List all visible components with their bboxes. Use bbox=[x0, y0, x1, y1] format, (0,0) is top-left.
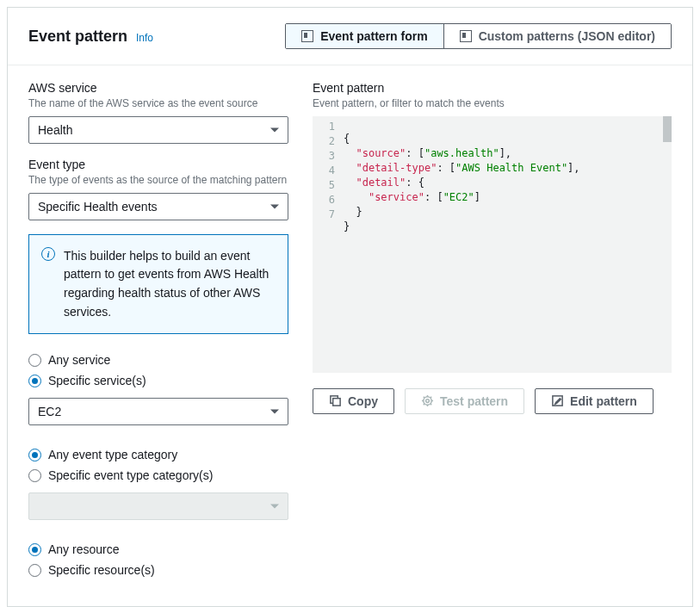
line-gutter: 1 2 3 4 5 6 7 bbox=[313, 116, 344, 373]
radio-any-resource-label: Any resource bbox=[48, 542, 119, 556]
edit-pattern-button[interactable]: Edit pattern bbox=[535, 388, 654, 414]
resource-radio-group: Any resource Specific resource(s) bbox=[28, 539, 288, 580]
copy-icon bbox=[329, 394, 342, 407]
pattern-desc: Event pattern, or filter to match the ev… bbox=[313, 96, 672, 111]
line-number: 4 bbox=[313, 164, 344, 178]
code-line: "detail": { bbox=[344, 176, 661, 190]
specific-service-select[interactable]: EC2 bbox=[28, 398, 288, 425]
title-text: Event pattern bbox=[28, 28, 127, 46]
service-radio-group: Any service Specific service(s) EC2 bbox=[28, 350, 288, 425]
chevron-down-icon bbox=[270, 204, 279, 208]
radio-icon bbox=[28, 354, 41, 367]
radio-any-service[interactable]: Any service bbox=[28, 350, 288, 370]
gear-icon bbox=[421, 394, 434, 407]
radio-specific-resource[interactable]: Specific resource(s) bbox=[28, 560, 288, 580]
edit-icon bbox=[551, 394, 564, 407]
chevron-down-icon bbox=[270, 505, 279, 509]
chevron-down-icon bbox=[270, 127, 279, 132]
radio-specific-resource-label: Specific resource(s) bbox=[48, 563, 155, 577]
tab-custom-json[interactable]: Custom patterns (JSON editor) bbox=[443, 24, 671, 48]
pattern-buttons: Copy Test pattern Edit pattern bbox=[313, 388, 672, 414]
pattern-label: Event pattern bbox=[313, 81, 672, 95]
code-line: } bbox=[344, 205, 661, 220]
event-type-value: Specific Health events bbox=[38, 200, 158, 214]
json-icon bbox=[460, 30, 472, 42]
copy-label: Copy bbox=[348, 394, 378, 408]
panel-title: Event pattern Info bbox=[28, 28, 153, 46]
code-line: } bbox=[344, 220, 661, 234]
radio-icon bbox=[28, 469, 41, 482]
radio-icon bbox=[28, 543, 41, 556]
pattern-column: Event pattern Event pattern, or filter t… bbox=[313, 81, 672, 587]
line-number: 5 bbox=[313, 178, 344, 193]
tab-json-label: Custom patterns (JSON editor) bbox=[479, 29, 655, 43]
code-line: { bbox=[344, 132, 661, 146]
edit-label: Edit pattern bbox=[570, 394, 637, 408]
builder-info-box: i This builder helps to build an event p… bbox=[28, 234, 288, 335]
specific-category-select bbox=[28, 492, 288, 520]
info-link[interactable]: Info bbox=[136, 32, 153, 44]
svg-rect-1 bbox=[333, 399, 340, 406]
radio-specific-category-label: Specific event type category(s) bbox=[48, 468, 213, 482]
tab-form-label: Event pattern form bbox=[320, 29, 427, 43]
event-type-desc: The type of events as the source of the … bbox=[28, 173, 288, 188]
radio-icon bbox=[28, 564, 41, 577]
tab-event-pattern-form[interactable]: Event pattern form bbox=[286, 24, 443, 48]
code-editor[interactable]: 1 2 3 4 5 6 7 { "source": ["aws.health"]… bbox=[313, 116, 672, 373]
code-line: "source": ["aws.health"], bbox=[344, 146, 661, 161]
scrollbar[interactable] bbox=[663, 116, 672, 142]
radio-any-category-label: Any event type category bbox=[48, 448, 177, 461]
radio-specific-service[interactable]: Specific service(s) bbox=[28, 370, 288, 391]
info-text: This builder helps to build an event pat… bbox=[64, 247, 276, 322]
aws-service-value: Health bbox=[38, 123, 72, 137]
svg-point-2 bbox=[424, 397, 431, 405]
code-line: "detail-type": ["AWS Health Event"], bbox=[344, 161, 661, 176]
radio-specific-category[interactable]: Specific event type category(s) bbox=[28, 465, 288, 486]
panel-body: AWS service The name of the AWS service … bbox=[8, 65, 692, 606]
line-number: 3 bbox=[313, 149, 344, 164]
test-label: Test pattern bbox=[440, 394, 508, 408]
code-line: "service": ["EC2"] bbox=[344, 190, 661, 205]
event-type-label: Event type bbox=[28, 158, 288, 171]
test-pattern-button[interactable]: Test pattern bbox=[405, 388, 524, 414]
specific-service-value: EC2 bbox=[38, 405, 61, 418]
info-icon: i bbox=[41, 247, 55, 261]
form-column: AWS service The name of the AWS service … bbox=[28, 81, 288, 587]
radio-any-resource[interactable]: Any resource bbox=[28, 539, 288, 560]
svg-point-3 bbox=[426, 400, 430, 403]
event-type-field: Event type The type of events as the sou… bbox=[28, 158, 288, 220]
pattern-mode-tabs: Event pattern form Custom patterns (JSON… bbox=[285, 23, 672, 49]
radio-any-category[interactable]: Any event type category bbox=[28, 444, 288, 465]
aws-service-field: AWS service The name of the AWS service … bbox=[28, 81, 288, 144]
form-icon bbox=[301, 30, 313, 42]
aws-service-select[interactable]: Health bbox=[28, 116, 288, 144]
event-type-select[interactable]: Specific Health events bbox=[28, 193, 288, 220]
line-number: 1 bbox=[313, 120, 344, 134]
radio-specific-service-label: Specific service(s) bbox=[48, 374, 146, 387]
event-pattern-panel: Event pattern Info Event pattern form Cu… bbox=[7, 7, 693, 607]
category-radio-group: Any event type category Specific event t… bbox=[28, 444, 288, 520]
aws-service-label: AWS service bbox=[28, 81, 288, 95]
aws-service-desc: The name of the AWS service as the event… bbox=[28, 96, 288, 111]
copy-button[interactable]: Copy bbox=[313, 388, 394, 414]
code-content: { "source": ["aws.health"], "detail-type… bbox=[344, 116, 661, 373]
chevron-down-icon bbox=[270, 410, 279, 414]
radio-any-service-label: Any service bbox=[48, 353, 110, 367]
line-number: 6 bbox=[313, 193, 344, 207]
line-number: 2 bbox=[313, 134, 344, 149]
panel-header: Event pattern Info Event pattern form Cu… bbox=[8, 8, 692, 65]
radio-icon bbox=[28, 375, 41, 387]
line-number: 7 bbox=[313, 207, 344, 222]
radio-icon bbox=[28, 449, 41, 461]
